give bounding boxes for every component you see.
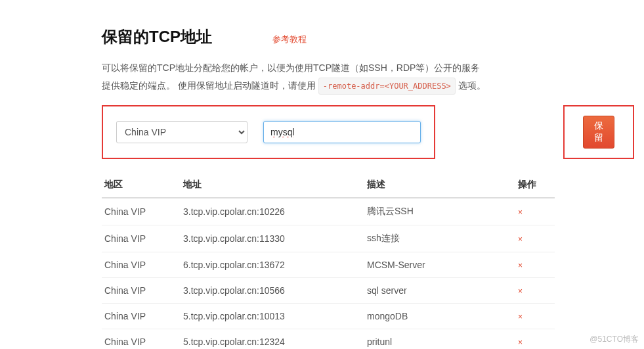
cell-action: × bbox=[515, 278, 555, 304]
table-row: China VIP3.tcp.vip.cpolar.cn:10226腾讯云SSH… bbox=[102, 198, 555, 225]
region-select[interactable]: China VIP bbox=[116, 121, 247, 143]
cell-region: China VIP bbox=[102, 278, 181, 304]
desc-line1: 可以将保留的TCP地址分配给您的帐户，以便为使用TCP隧道（如SSH，RDP等）… bbox=[102, 62, 480, 73]
delete-icon[interactable]: × bbox=[518, 312, 523, 321]
cell-address: 6.tcp.vip.cpolar.cn:13672 bbox=[181, 252, 364, 278]
table-row: China VIP5.tcp.vip.cpolar.cn:12324pritun… bbox=[102, 329, 555, 349]
cell-description: pritunl bbox=[364, 329, 515, 349]
reserve-button[interactable]: 保留 bbox=[583, 116, 614, 149]
cell-action: × bbox=[515, 198, 555, 225]
delete-icon[interactable]: × bbox=[518, 235, 523, 244]
table-row: China VIP6.tcp.vip.cpolar.cn:13672MCSM-S… bbox=[102, 252, 555, 278]
cell-action: × bbox=[515, 252, 555, 278]
cell-address: 3.tcp.vip.cpolar.cn:10226 bbox=[181, 198, 364, 225]
delete-icon[interactable]: × bbox=[518, 338, 523, 347]
cell-address: 3.tcp.vip.cpolar.cn:10566 bbox=[181, 278, 364, 304]
highlight-box-button: 保留 bbox=[563, 105, 634, 159]
cell-region: China VIP bbox=[102, 198, 181, 225]
watermark: @51CTO博客 bbox=[590, 334, 639, 345]
cell-region: China VIP bbox=[102, 329, 181, 349]
tutorial-link[interactable]: 参考教程 bbox=[272, 34, 307, 45]
page-title: 保留的TCP地址 bbox=[102, 26, 212, 47]
th-address: 地址 bbox=[181, 174, 364, 198]
cell-description: 腾讯云SSH bbox=[364, 198, 515, 225]
reserved-addresses-table: 地区 地址 描述 操作 China VIP3.tcp.vip.cpolar.cn… bbox=[102, 174, 555, 349]
delete-icon[interactable]: × bbox=[518, 287, 523, 296]
cell-description: sql server bbox=[364, 278, 515, 304]
table-row: China VIP3.tcp.vip.cpolar.cn:10566sql se… bbox=[102, 278, 555, 304]
cell-description: ssh连接 bbox=[364, 225, 515, 252]
cell-action: × bbox=[515, 304, 555, 329]
cell-description: mongoDB bbox=[364, 304, 515, 329]
code-chip: -remote-addr=<YOUR_ADDRESS> bbox=[318, 78, 456, 95]
highlight-box-form: China VIP bbox=[102, 105, 435, 159]
cell-region: China VIP bbox=[102, 252, 181, 278]
desc-line2b: 选项。 bbox=[458, 80, 486, 91]
delete-icon[interactable]: × bbox=[518, 261, 523, 270]
th-region: 地区 bbox=[102, 174, 181, 198]
cell-address: 5.tcp.vip.cpolar.cn:10013 bbox=[181, 304, 364, 329]
cell-region: China VIP bbox=[102, 304, 181, 329]
description-input[interactable] bbox=[263, 121, 421, 143]
cell-region: China VIP bbox=[102, 225, 181, 252]
cell-action: × bbox=[515, 329, 555, 349]
cell-action: × bbox=[515, 225, 555, 252]
cell-address: 3.tcp.vip.cpolar.cn:11330 bbox=[181, 225, 364, 252]
cell-address: 5.tcp.vip.cpolar.cn:12324 bbox=[181, 329, 364, 349]
delete-icon[interactable]: × bbox=[518, 208, 523, 217]
cell-description: MCSM-Server bbox=[364, 252, 515, 278]
th-description: 描述 bbox=[364, 174, 515, 198]
th-action: 操作 bbox=[515, 174, 555, 198]
table-row: China VIP3.tcp.vip.cpolar.cn:11330ssh连接× bbox=[102, 225, 555, 252]
description-text: 可以将保留的TCP地址分配给您的帐户，以便为使用TCP隧道（如SSH，RDP等）… bbox=[102, 59, 542, 95]
desc-line2a: 提供稳定的端点。 使用保留地址启动隧道时，请使用 bbox=[102, 80, 318, 91]
table-row: China VIP5.tcp.vip.cpolar.cn:10013mongoD… bbox=[102, 304, 555, 329]
